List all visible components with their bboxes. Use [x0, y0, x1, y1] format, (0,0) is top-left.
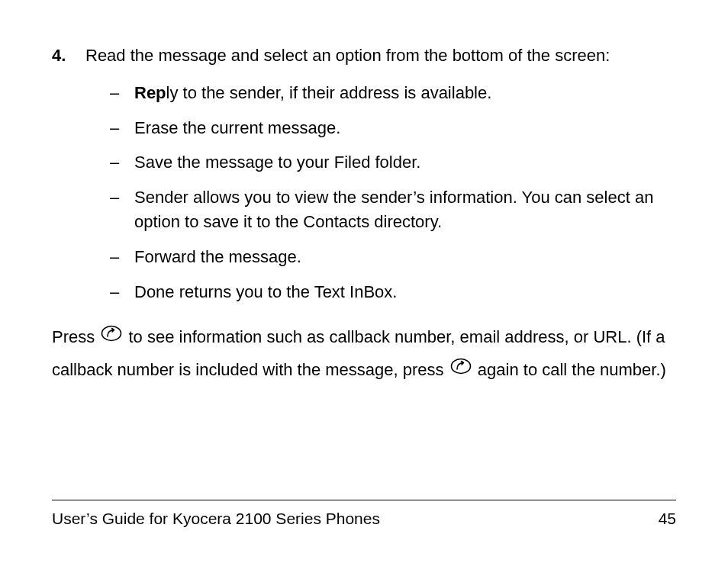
list-item-text: Forward the message.: [134, 245, 676, 269]
rest-text: Erase the current message.: [134, 118, 340, 137]
paragraph-part3: again to call the number.): [478, 360, 666, 379]
dash-marker: –: [110, 245, 134, 269]
paragraph-part1: Press: [52, 327, 99, 346]
footer-rule: [52, 500, 676, 500]
dash-marker: –: [110, 185, 134, 210]
rest-text: Save the message to your Filed folder.: [134, 153, 420, 172]
list-item: – Erase the current message.: [110, 116, 676, 140]
list-item: – Save the message to your Filed folder.: [110, 150, 676, 175]
page-footer: User’s Guide for Kyocera 2100 Series Pho…: [52, 510, 676, 528]
list-item-text: Reply to the sender, if their address is…: [134, 81, 676, 105]
call-key-icon: [450, 353, 472, 385]
bold-prefix: Rep: [134, 83, 166, 102]
step-4: 4. Read the message and select an option…: [52, 44, 676, 67]
list-item: – Reply to the sender, if their address …: [110, 81, 676, 105]
step-text: Read the message and select an option fr…: [85, 44, 676, 67]
dash-marker: –: [110, 81, 134, 105]
press-paragraph: Press to see information such as callbac…: [52, 321, 676, 387]
list-item: – Sender allows you to view the sender’s…: [110, 185, 676, 234]
rest-text: Sender allows you to view the sender’s i…: [134, 188, 653, 231]
call-key-icon: [101, 320, 122, 352]
rest-text: Done returns you to the Text InBox.: [134, 282, 397, 301]
list-item-text: Done returns you to the Text InBox.: [134, 280, 676, 304]
list-item: – Forward the message.: [110, 245, 676, 269]
list-item-text: Sender allows you to view the sender’s i…: [134, 185, 676, 234]
list-item-text: Save the message to your Filed folder.: [134, 150, 676, 175]
footer-page-number: 45: [659, 510, 676, 528]
manual-page: 4. Read the message and select an option…: [0, 0, 728, 563]
list-item: – Done returns you to the Text InBox.: [110, 280, 676, 304]
list-item-text: Erase the current message.: [134, 116, 676, 140]
rest-text: Forward the message.: [134, 247, 301, 266]
dash-marker: –: [110, 116, 134, 140]
step-number: 4.: [52, 44, 85, 67]
rest-text: ly to the sender, if their address is av…: [166, 83, 492, 102]
dash-marker: –: [110, 280, 134, 304]
option-list: – Reply to the sender, if their address …: [85, 81, 676, 304]
dash-marker: –: [110, 150, 134, 175]
footer-title: User’s Guide for Kyocera 2100 Series Pho…: [52, 510, 380, 528]
